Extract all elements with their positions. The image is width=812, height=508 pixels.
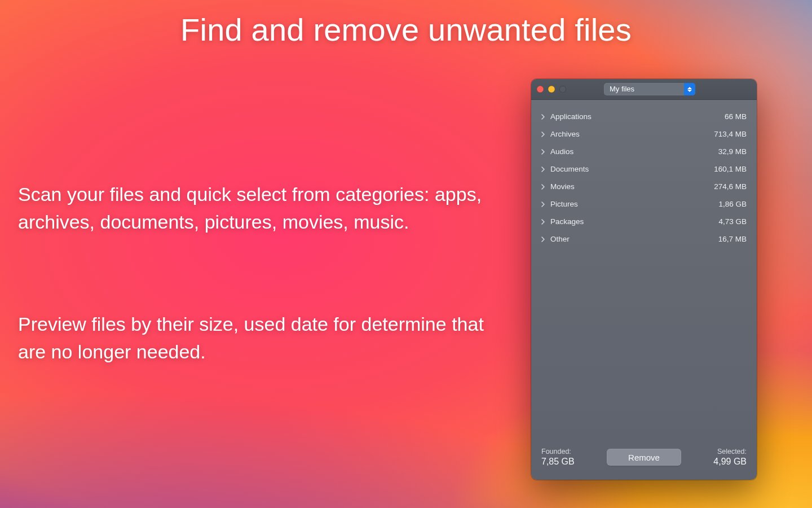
- category-size: 160,1 MB: [714, 165, 747, 173]
- minimize-icon[interactable]: [548, 86, 555, 93]
- category-name: Other: [550, 235, 718, 243]
- scope-select-label: My files: [604, 83, 684, 95]
- remove-button-label: Remove: [628, 453, 660, 462]
- category-size: 16,7 MB: [718, 235, 747, 243]
- window-traffic-lights: [537, 86, 566, 93]
- category-size: 713,4 MB: [714, 130, 747, 138]
- chevron-right-icon: [539, 114, 547, 120]
- category-row-applications[interactable]: Applications 66 MB: [531, 108, 757, 125]
- category-row-audios[interactable]: Audios 32,9 MB: [531, 143, 757, 160]
- marketing-headline: Find and remove unwanted files: [0, 11, 812, 48]
- category-row-packages[interactable]: Packages 4,73 GB: [531, 213, 757, 230]
- chevron-right-icon: [539, 202, 547, 207]
- category-name: Audios: [550, 147, 718, 156]
- remove-button[interactable]: Remove: [607, 449, 681, 466]
- chevron-right-icon: [539, 167, 547, 172]
- category-row-other[interactable]: Other 16,7 MB: [531, 230, 757, 248]
- dropdown-indicator-icon: [684, 83, 695, 95]
- category-size: 274,6 MB: [714, 182, 747, 191]
- category-size: 1,86 GB: [718, 200, 747, 208]
- marketing-paragraph-2: Preview files by their size, used date f…: [18, 310, 486, 366]
- category-row-movies[interactable]: Movies 274,6 MB: [531, 178, 757, 195]
- category-size: 4,73 GB: [718, 217, 747, 226]
- founded-label: Founded:: [541, 448, 575, 456]
- category-name: Documents: [550, 165, 714, 173]
- category-name: Movies: [550, 182, 714, 191]
- marketing-paragraph-1: Scan your files and quick select from ca…: [18, 181, 486, 237]
- category-row-archives[interactable]: Archives 713,4 MB: [531, 125, 757, 143]
- chevron-right-icon: [539, 237, 547, 242]
- close-icon[interactable]: [537, 86, 544, 93]
- chevron-right-icon: [539, 219, 547, 225]
- category-list: Applications 66 MB Archives 713,4 MB Aud…: [531, 100, 757, 248]
- window-titlebar[interactable]: My files: [531, 79, 757, 100]
- category-name: Packages: [550, 217, 718, 226]
- founded-value: 7,85 GB: [541, 457, 575, 467]
- chevron-right-icon: [539, 132, 547, 137]
- chevron-right-icon: [539, 184, 547, 190]
- selected-group: Selected: 4,99 GB: [713, 448, 747, 467]
- category-name: Applications: [550, 112, 725, 121]
- category-size: 66 MB: [725, 112, 747, 121]
- window-footer: Founded: 7,85 GB Remove Selected: 4,99 G…: [531, 440, 757, 480]
- founded-group: Founded: 7,85 GB: [541, 448, 575, 467]
- scope-select[interactable]: My files: [604, 83, 695, 95]
- category-name: Pictures: [550, 200, 718, 208]
- category-size: 32,9 MB: [718, 147, 747, 156]
- category-row-pictures[interactable]: Pictures 1,86 GB: [531, 195, 757, 213]
- zoom-icon: [559, 86, 566, 93]
- category-row-documents[interactable]: Documents 160,1 MB: [531, 160, 757, 178]
- selected-label: Selected:: [713, 448, 747, 456]
- chevron-right-icon: [539, 149, 547, 155]
- selected-value: 4,99 GB: [713, 457, 747, 467]
- app-window: My files Applications 66 MB Archives 713…: [531, 79, 757, 480]
- category-name: Archives: [550, 130, 714, 138]
